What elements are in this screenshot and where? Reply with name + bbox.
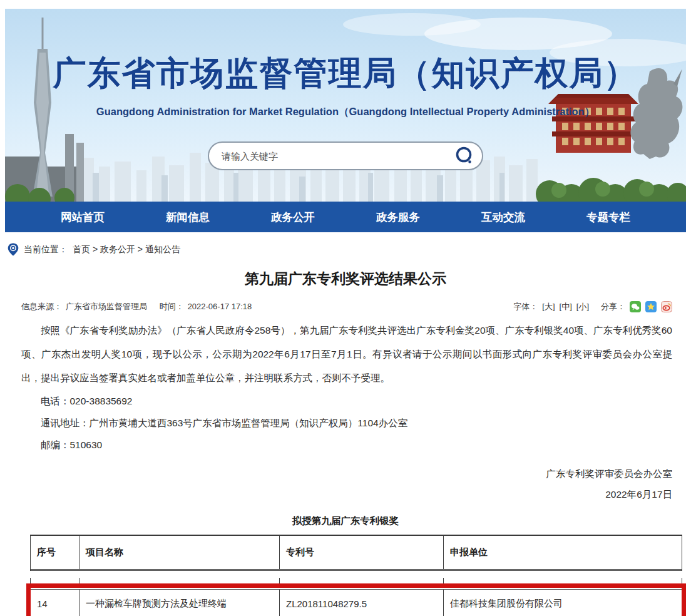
search-box bbox=[208, 141, 483, 170]
contact-address: 通讯地址：广州市黄埔大道西363号广东省市场监督管理局（知识产权局）1104办公… bbox=[21, 412, 672, 434]
source-value: 广东省市场监督管理局 bbox=[66, 302, 147, 311]
source-label: 信息来源： bbox=[21, 302, 62, 311]
contact-phone: 电话：020-38835692 bbox=[21, 390, 672, 412]
breadcrumb-label: 当前位置： bbox=[24, 244, 68, 255]
weibo-share-icon[interactable] bbox=[661, 301, 672, 312]
font-medium-button[interactable]: [中] bbox=[560, 301, 572, 312]
header-project: 项目名称 bbox=[79, 536, 279, 569]
highlight-annotation-box: 14 一种漏检车牌预测方法及处理终端 ZL201811048279.5 佳都科技… bbox=[26, 583, 686, 616]
signature-date: 2022年6月17日 bbox=[0, 484, 672, 505]
page: { "banner": { "title": "广东省市场监督管理局（知识产权局… bbox=[0, 0, 691, 616]
article-title: 第九届广东专利奖评选结果公示 bbox=[0, 269, 691, 289]
article-paragraph: 按照《广东省专利奖励办法》（广东省人民政府令258号），第九届广东专利奖共评选出… bbox=[21, 319, 672, 390]
contact-postcode: 邮编：510630 bbox=[21, 434, 672, 456]
nav-item-home[interactable]: 网站首页 bbox=[61, 210, 105, 225]
row-patent: ZL201811048279.5 bbox=[279, 590, 443, 616]
share-label: 分享： bbox=[601, 301, 625, 312]
breadcrumb: 当前位置： 首页 > 政务公开 > 通知公告 bbox=[8, 243, 691, 256]
row-top-stub bbox=[30, 578, 682, 583]
meta-source-time: 信息来源：广东省市场监督管理局 时间：2022-06-17 17:18 bbox=[21, 301, 255, 312]
time-label: 时间： bbox=[160, 302, 184, 311]
table-header-row: 序号 项目名称 专利号 申报单位 bbox=[30, 535, 682, 571]
table-caption: 拟授第九届广东专利银奖 bbox=[0, 515, 691, 528]
wechat-share-icon[interactable] bbox=[630, 301, 641, 312]
row-applicant: 佳都科技集团股份有限公司 bbox=[443, 590, 682, 616]
qzone-share-icon[interactable] bbox=[645, 301, 657, 312]
meta-tools: 字体： [大] [中] [小] 分享： bbox=[513, 301, 672, 312]
table-row-highlighted[interactable]: 14 一种漏检车牌预测方法及处理终端 ZL201811048279.5 佳都科技… bbox=[31, 589, 682, 616]
search-button[interactable] bbox=[454, 146, 474, 166]
site-title: 广东省市场监督管理局（知识产权局） bbox=[5, 51, 686, 96]
signature-office: 广东专利奖评审委员会办公室 bbox=[0, 463, 672, 484]
row-project: 一种漏检车牌预测方法及处理终端 bbox=[79, 590, 279, 616]
nav-item-gov-services[interactable]: 政务服务 bbox=[376, 210, 420, 225]
nav-item-gov-disclosure[interactable]: 政务公开 bbox=[271, 210, 315, 225]
table-gap bbox=[0, 571, 691, 578]
main-nav: 网站首页 新闻信息 政务公开 政务服务 互动交流 专题专栏 bbox=[5, 202, 686, 232]
row-no: 14 bbox=[31, 590, 79, 616]
header-patent: 专利号 bbox=[279, 536, 443, 569]
location-pin-icon bbox=[8, 243, 19, 256]
font-large-button[interactable]: [大] bbox=[542, 301, 555, 312]
search-icon bbox=[454, 146, 474, 166]
signature-block: 广东专利奖评审委员会办公室 2022年6月17日 bbox=[0, 463, 672, 505]
site-banner: 广东省市场监督管理局（知识产权局） Guangdong Administrati… bbox=[5, 9, 686, 202]
font-small-button[interactable]: [小] bbox=[576, 301, 589, 312]
banner-titles: 广东省市场监督管理局（知识产权局） Guangdong Administrati… bbox=[5, 51, 686, 119]
nav-item-special-topics[interactable]: 专题专栏 bbox=[586, 210, 630, 225]
nav-item-interaction[interactable]: 互动交流 bbox=[481, 210, 525, 225]
article-meta: 信息来源：广东省市场监督管理局 时间：2022-06-17 17:18 字体： … bbox=[21, 301, 672, 312]
header-no: 序号 bbox=[31, 536, 79, 569]
font-size-label: 字体： bbox=[513, 301, 538, 312]
site-subtitle: Guangdong Administration for Market Regu… bbox=[5, 105, 686, 119]
breadcrumb-path[interactable]: 首页 > 政务公开 > 通知公告 bbox=[73, 244, 180, 255]
award-table: 序号 项目名称 专利号 申报单位 bbox=[30, 535, 682, 571]
search-input[interactable] bbox=[220, 150, 454, 162]
time-value: 2022-06-17 17:18 bbox=[188, 302, 252, 311]
header-applicant: 申报单位 bbox=[443, 536, 682, 569]
nav-item-news[interactable]: 新闻信息 bbox=[166, 210, 210, 225]
